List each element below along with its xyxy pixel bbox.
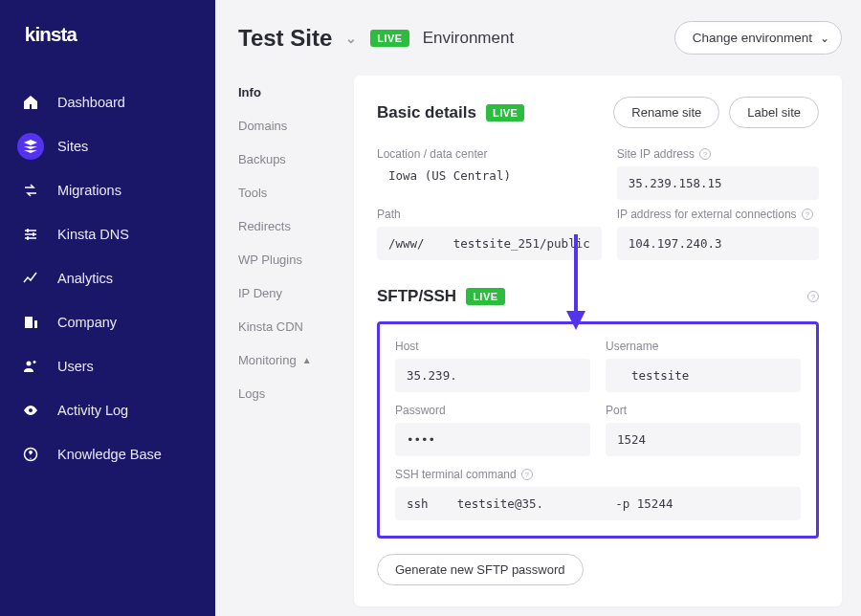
sidebar-label: Dashboard [57,95,125,110]
sidebar-item-users[interactable]: Users [0,344,215,388]
port-field: Port 1524 [606,404,801,456]
password-value[interactable]: •••• [395,423,590,456]
location-label: Location / data center [377,147,602,161]
rename-site-button[interactable]: Rename site [613,97,719,128]
ssh-command-label: SSH terminal command ? [395,468,801,481]
site-title-group: Test Site ⌄ [238,25,357,52]
submenu-tools[interactable]: Tools [238,176,329,209]
section-title: Basic details [377,103,476,122]
change-env-label: Change environment [693,31,812,45]
sidebar-item-migrations[interactable]: Migrations [0,168,215,212]
password-field: Password •••• [395,404,590,456]
ssh-command-value[interactable]: ssh testsite@35. -p 15244 [395,487,801,520]
env-badge: LIVE [370,30,408,47]
chevron-down-icon[interactable]: ⌄ [345,31,357,46]
help-icon[interactable]: ? [699,148,711,160]
submenu-backups[interactable]: Backups [238,143,329,176]
port-value[interactable]: 1524 [606,423,801,456]
submenu-monitoring[interactable]: Monitoring ▲ [238,343,329,377]
sidebar-label: Users [57,359,94,374]
logo: kinsta [0,25,215,80]
sidebar-label: Knowledge Base [57,447,162,462]
site-ip-label: Site IP address ? [617,147,819,161]
path-label: Path [377,208,602,221]
help-icon[interactable]: ? [807,291,819,302]
dns-icon [23,227,38,242]
migrate-icon [23,183,38,198]
label-site-button[interactable]: Label site [729,97,819,128]
sidebar-item-activity[interactable]: Activity Log [0,388,215,432]
warning-icon: ▲ [302,355,312,365]
sidebar-label: Sites [57,139,88,154]
env-label: Environment [423,29,514,48]
sidebar-item-company[interactable]: Company [0,300,215,344]
ssh-title: SFTP/SSH LIVE [377,287,505,306]
location-value: Iowa (US Central) [377,166,602,188]
path-field: Path /www/ testsite_251/public [377,208,602,260]
port-label: Port [606,404,801,417]
stack-icon [23,139,38,154]
basic-field-grid: Location / data center Iowa (US Central)… [377,147,819,260]
ssh-highlight-box: Host 35.239. Username testsite Password … [377,321,819,539]
username-field: Username testsite [606,340,801,392]
submenu-domains[interactable]: Domains [238,109,329,143]
change-environment-button[interactable]: Change environment ⌄ [674,21,842,55]
sidebar-label: Analytics [57,271,113,286]
live-badge: LIVE [466,288,504,305]
live-badge: LIVE [486,104,524,121]
external-ip-field: IP address for external connections ? 10… [617,208,819,260]
sidebar-item-analytics[interactable]: Analytics [0,256,215,300]
host-value[interactable]: 35.239. [395,359,590,392]
sidebar-label: Kinsta DNS [57,227,129,242]
submenu-info[interactable]: Info [238,76,329,109]
external-ip-value[interactable]: 104.197.240.3 [617,227,819,260]
generate-sftp-password-button[interactable]: Generate new SFTP password [377,554,584,585]
site-ip-field: Site IP address ? 35.239.158.15 [617,147,819,200]
ssh-command-field: SSH terminal command ? ssh testsite@35. … [395,468,801,520]
header-row: Test Site ⌄ LIVE Environment Change envi… [238,21,842,55]
sidebar-label: Company [57,315,117,330]
sidebar-item-sites[interactable]: Sites [0,124,215,168]
users-icon [23,359,38,374]
submenu-redirects[interactable]: Redirects [238,209,329,243]
analytics-icon [23,271,38,286]
submenu-wp-plugins[interactable]: WP Plugins [238,243,329,276]
sidebar-item-dashboard[interactable]: Dashboard [0,80,215,124]
company-icon [23,315,38,330]
help-icon [23,447,38,462]
help-icon[interactable]: ? [521,469,533,480]
nav-list: Dashboard Sites Migrations Kinsta DNS An… [0,80,215,476]
path-value[interactable]: /www/ testsite_251/public [377,227,602,260]
submenu-logs[interactable]: Logs [238,377,329,410]
eye-icon [23,403,38,418]
basic-details-header: Basic details LIVE Rename site Label sit… [377,97,819,128]
site-submenu: Info Domains Backups Tools Redirects WP … [238,76,329,606]
username-label: Username [606,340,801,353]
site-ip-value[interactable]: 35.239.158.15 [617,166,819,200]
kinsta-logo-icon: kinsta [17,25,122,46]
section-title: SFTP/SSH [377,287,456,306]
ssh-header: SFTP/SSH LIVE ? [377,287,819,306]
sidebar-label: Activity Log [57,403,128,418]
chevron-down-icon: ⌄ [820,32,829,45]
home-icon [23,95,38,110]
host-label: Host [395,340,590,353]
content-columns: Info Domains Backups Tools Redirects WP … [238,76,842,606]
password-label: Password [395,404,590,417]
username-value[interactable]: testsite [606,359,801,392]
help-icon[interactable]: ? [802,209,813,220]
external-ip-label: IP address for external connections ? [617,208,819,221]
sidebar-item-dns[interactable]: Kinsta DNS [0,212,215,256]
submenu-ip-deny[interactable]: IP Deny [238,276,329,310]
svg-point-1 [27,362,32,366]
sidebar-label: Migrations [57,183,121,198]
info-card: Basic details LIVE Rename site Label sit… [354,76,842,606]
basic-details-title: Basic details LIVE [377,103,524,122]
main-area: Test Site ⌄ LIVE Environment Change envi… [215,0,861,616]
submenu-kinsta-cdn[interactable]: Kinsta CDN [238,310,329,343]
submenu-label: Monitoring [238,353,297,367]
sidebar-item-knowledge[interactable]: Knowledge Base [0,432,215,476]
host-field: Host 35.239. [395,340,590,392]
sidebar: kinsta Dashboard Sites Migrations Kinsta… [0,0,215,616]
page-title: Test Site [238,25,332,52]
